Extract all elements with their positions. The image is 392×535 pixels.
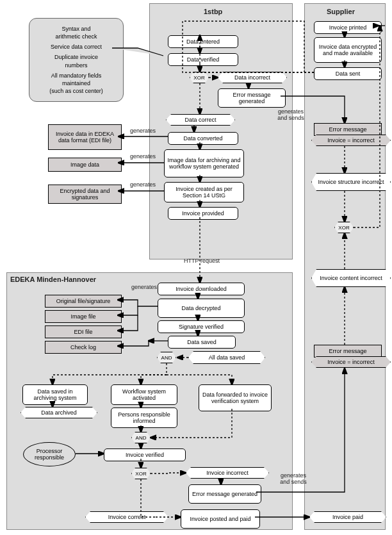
op-xor-supplier: XOR bbox=[334, 222, 354, 233]
fn-data-converted: Data converted bbox=[168, 132, 238, 145]
op-and-2: AND bbox=[131, 432, 151, 443]
callout-line: maintained bbox=[62, 80, 90, 86]
ev-invoice-incorrect-2: Invoice = incorrect bbox=[311, 356, 391, 368]
fn-data-verified: Data verified bbox=[168, 53, 238, 66]
lbl-gensends-2: generates and sends bbox=[275, 473, 311, 486]
lbl-generates-4: generates bbox=[128, 284, 160, 291]
lane-title-1stbp: 1stbp bbox=[204, 8, 222, 15]
fn-err-gen-2: Error message generated bbox=[188, 484, 261, 504]
obj-edi-file-2: EDI file bbox=[45, 325, 122, 338]
proc-responsible: Processor responsible bbox=[23, 442, 76, 466]
ev-invoice-correct: Invoice correct bbox=[85, 511, 168, 523]
obj-original-file: Original file/signature bbox=[45, 295, 122, 308]
fn-data-entered: Data entered bbox=[168, 35, 238, 48]
fn-invoice-provided: Invoice provided bbox=[168, 207, 238, 220]
callout-line: Syntax and bbox=[61, 26, 90, 32]
ev-invoice-paid: Invoice paid bbox=[309, 511, 386, 523]
lbl-generates-1: generates bbox=[127, 128, 159, 135]
callout-line: (such as cost center) bbox=[49, 88, 103, 94]
op-and-1: AND bbox=[157, 352, 176, 363]
ev-invoice-incorrect-edeka: Invoice incorrect bbox=[186, 467, 269, 479]
fn-image-data-gen: Image data for archiving and workflow sy… bbox=[164, 149, 244, 177]
obj-image-file: Image file bbox=[45, 310, 122, 323]
lbl-generates-2: generates bbox=[127, 154, 159, 160]
fn-workflow-activated: Workflow system activated bbox=[111, 384, 177, 405]
fn-invoice-downloaded: Invoice downloaded bbox=[158, 283, 245, 295]
obj-error-message-sup: Error message bbox=[314, 123, 382, 136]
lane-title-edeka: EDEKA Minden-Hannover bbox=[10, 276, 96, 283]
fn-invoice-verified: Invoice verified bbox=[104, 449, 186, 461]
fn-signature-verified: Signature verified bbox=[158, 320, 245, 333]
obj-check-log: Check log bbox=[45, 341, 122, 354]
fn-persons-informed: Persons responsible informed bbox=[111, 407, 177, 428]
op-xor-1: XOR bbox=[190, 72, 209, 83]
ev-content-incorrect: Invoice content incorrect bbox=[311, 269, 391, 287]
annotation-callout: Syntax and arithmetic check Service data… bbox=[29, 18, 124, 102]
fn-data-forwarded: Data forwarded to invoice verification s… bbox=[199, 384, 272, 411]
op-xor-edeka: XOR bbox=[131, 468, 151, 479]
lane-supplier bbox=[304, 3, 386, 530]
ev-data-incorrect: Data incorrect bbox=[218, 72, 287, 83]
callout-line: numbers bbox=[65, 62, 87, 69]
fn-invoice-posted: Invoice posted and paid bbox=[181, 509, 260, 529]
obj-error-message-2: Error message bbox=[314, 345, 382, 358]
obj-edi-file: Invoice data in EDEKA data format (EDI f… bbox=[48, 124, 122, 150]
obj-image-data: Image data bbox=[48, 158, 122, 172]
fn-archive-saved: Data saved in archiving system bbox=[22, 384, 88, 405]
diagram-stage: 1stbp Supplier EDEKA Minden-Hannover Syn… bbox=[0, 0, 392, 535]
ev-data-correct: Data correct bbox=[166, 114, 235, 126]
obj-encrypted: Encrypted data and signatures bbox=[48, 185, 122, 204]
lane-title-supplier: Supplier bbox=[327, 8, 355, 15]
ev-all-data-saved: All data saved bbox=[188, 351, 265, 364]
fn-data-decrypted: Data decrypted bbox=[158, 299, 245, 318]
lbl-gensends-1: generates and sends bbox=[273, 109, 309, 122]
lbl-http-request: HTTP request bbox=[176, 258, 227, 265]
fn-data-saved: Data saved bbox=[168, 336, 236, 349]
callout-line: Duplicate invoice bbox=[54, 54, 98, 60]
callout-line: Service data correct bbox=[51, 44, 102, 50]
ev-invoice-incorrect-sup: Invoice = incorrect bbox=[311, 135, 391, 146]
callout-line: All mandatory fields bbox=[51, 72, 102, 79]
fn-data-sent: Data sent bbox=[314, 67, 382, 80]
fn-invoice-created: Invoice created as per Section 14 UStG bbox=[164, 182, 244, 202]
fn-error-generated: Error message generated bbox=[218, 88, 286, 108]
fn-invoice-printed: Invoice printed bbox=[314, 21, 382, 34]
fn-invoice-encrypted: Invoice data encrypted and made availabl… bbox=[314, 37, 382, 63]
ev-data-archived: Data archived bbox=[20, 407, 97, 418]
lbl-generates-3: generates bbox=[127, 182, 159, 188]
callout-line: arithmetic check bbox=[55, 33, 97, 40]
ev-structure-incorrect: Invoice structure incorrect bbox=[311, 173, 391, 191]
